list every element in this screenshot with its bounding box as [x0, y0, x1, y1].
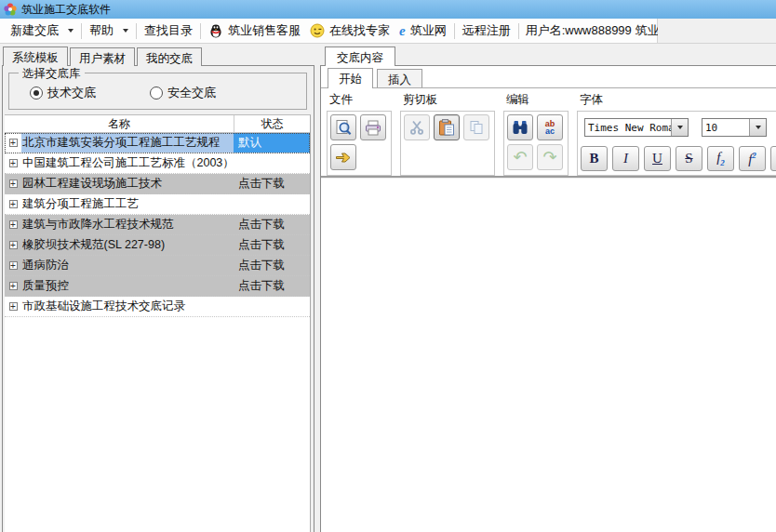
expander[interactable] — [5, 235, 21, 255]
menu-online-expert[interactable]: 在线找专家 — [305, 20, 395, 42]
column-header-status[interactable]: 状态 — [234, 115, 310, 132]
printer-icon — [365, 120, 381, 136]
table-row[interactable]: 质量预控 点击下载 — [5, 276, 310, 297]
ribbon-tab-start[interactable]: 开始 — [328, 68, 373, 88]
expander[interactable] — [5, 153, 21, 173]
row-name: 建筑与市政降水工程技术规范 — [21, 215, 234, 234]
undo-button[interactable]: ↶ — [507, 144, 533, 170]
app-logo-icon — [4, 3, 17, 16]
paste-button[interactable] — [434, 114, 460, 140]
group-label-file: 文件 — [329, 92, 392, 108]
table-row[interactable]: 建筑与市政降水工程技术规范 点击下载 — [5, 215, 310, 235]
menu-remote-register[interactable]: 远程注册 — [458, 20, 515, 42]
dropdown-arrow-icon[interactable] — [749, 119, 766, 136]
font-color-button[interactable] — [770, 146, 776, 171]
row-name: 质量预控 — [21, 276, 234, 296]
row-status[interactable]: 点击下载 — [234, 256, 310, 275]
expander[interactable] — [5, 297, 21, 316]
library-radio-group: 技术交底 安全交底 — [30, 85, 216, 101]
subscript-button[interactable]: f2 — [707, 146, 734, 171]
superscript-icon: f2 — [748, 151, 756, 167]
superscript-button[interactable]: f2 — [739, 146, 766, 171]
underline-button[interactable]: U — [644, 146, 671, 171]
document-content-area[interactable] — [321, 179, 776, 532]
chevron-down-icon — [68, 29, 74, 33]
print-preview-button[interactable] — [330, 114, 356, 140]
group-box-clipboard — [400, 111, 495, 176]
group-box-edit: ab ac ↶ ↷ — [503, 111, 569, 176]
expander[interactable] — [5, 174, 21, 193]
ribbon-tab-insert[interactable]: 插入 — [377, 69, 422, 87]
font-row-buttons: B I U S f2 — [581, 146, 776, 171]
expand-plus-icon — [9, 180, 18, 188]
table-row[interactable]: 橡胶坝技术规范(SL 227-98) 点击下载 — [5, 235, 310, 256]
title-bar[interactable]: 筑业施工交底软件 — [0, 0, 776, 19]
tab-system-templates[interactable]: 系统模板 — [3, 47, 68, 66]
row-status: 默认 — [234, 133, 310, 153]
expand-plus-icon — [9, 241, 18, 249]
copy-button[interactable] — [463, 114, 489, 140]
row-name: 市政基础设施工程技术交底记录 — [21, 297, 234, 316]
find-button[interactable] — [507, 114, 533, 140]
expander[interactable] — [5, 133, 21, 153]
table-row[interactable]: 中国建筑工程公司施工工艺标准（2003） — [5, 153, 310, 174]
row-name: 中国建筑工程公司施工工艺标准（2003） — [21, 153, 234, 173]
chevron-down-icon — [123, 29, 128, 33]
radio-safety-label: 安全交底 — [167, 85, 216, 101]
group-box-font: Times New Roman 10 A ▲ — [577, 111, 776, 176]
expander[interactable] — [5, 215, 21, 234]
row-name: 建筑分项工程施工工艺 — [21, 194, 234, 214]
menu-find-catalog[interactable]: 查找目录 — [140, 20, 197, 42]
tab-user-materials[interactable]: 用户素材 — [70, 47, 135, 66]
ie-globe-icon: e — [399, 23, 406, 39]
table-row[interactable]: 市政基础设施工程技术交底记录 — [5, 297, 310, 317]
bold-button[interactable]: B — [581, 146, 608, 171]
row-status[interactable]: 点击下载 — [234, 174, 310, 193]
ribbon-group-file: 文件 — [327, 89, 392, 176]
menu-remote-register-label: 远程注册 — [462, 22, 511, 39]
menu-separator — [136, 23, 137, 39]
menu-new-disclosure[interactable]: 新建交底 — [6, 20, 78, 42]
font-family-select[interactable]: Times New Roman — [584, 118, 689, 137]
tab-disclosure-content[interactable]: 交底内容 — [325, 47, 395, 66]
expander[interactable] — [5, 276, 21, 296]
right-panel: 开始 插入 文件 — [320, 65, 776, 532]
column-header-name[interactable]: 名称 — [5, 116, 234, 132]
menu-bar-filler — [658, 19, 776, 44]
table-row[interactable]: 北京市建筑安装分项工程施工工艺规程 默认 — [5, 133, 310, 153]
template-table: 名称 状态 北京市建筑安装分项工程施工工艺规程 默认 中国建筑工程公司施工工艺标… — [5, 114, 311, 532]
expander[interactable] — [5, 256, 21, 275]
undo-icon: ↶ — [513, 149, 527, 166]
strikethrough-button[interactable]: S — [676, 146, 702, 171]
table-row[interactable]: 建筑分项工程施工工艺 — [5, 194, 310, 215]
replace-button[interactable]: ab ac — [537, 114, 563, 140]
cut-button[interactable] — [404, 114, 430, 140]
qq-penguin-icon — [208, 23, 223, 38]
replace-icon: ab ac — [545, 120, 555, 135]
row-status[interactable]: 点击下载 — [234, 215, 310, 234]
row-status[interactable]: 点击下载 — [234, 235, 310, 255]
locate-button[interactable] — [330, 144, 356, 170]
expand-plus-icon — [9, 220, 18, 229]
smiley-icon — [310, 23, 325, 38]
print-button[interactable] — [360, 114, 386, 140]
menu-find-catalog-label: 查找目录 — [144, 22, 193, 39]
table-row[interactable]: 通病防治 点击下载 — [5, 256, 310, 276]
group-label-font: 字体 — [580, 92, 776, 108]
menu-help[interactable]: 帮助 — [85, 20, 133, 42]
radio-technical-disclosure[interactable]: 技术交底 — [30, 85, 96, 101]
menu-sales-service-label: 筑业销售客服 — [228, 22, 301, 39]
row-status[interactable]: 点击下载 — [234, 276, 310, 296]
row-name: 橡胶坝技术规范(SL 227-98) — [21, 235, 234, 255]
radio-safety-disclosure[interactable]: 安全交底 — [150, 85, 216, 101]
font-size-select[interactable]: 10 — [702, 118, 767, 137]
expander[interactable] — [5, 194, 21, 214]
redo-button[interactable]: ↷ — [537, 144, 563, 170]
dropdown-arrow-icon[interactable] — [671, 119, 688, 136]
expand-plus-icon — [9, 261, 18, 270]
tab-my-disclosures[interactable]: 我的交底 — [137, 47, 202, 66]
italic-button[interactable]: I — [612, 146, 639, 171]
table-row[interactable]: 园林工程建设现场施工技术 点击下载 — [5, 174, 310, 194]
menu-sales-service[interactable]: 筑业销售客服 — [204, 20, 305, 42]
menu-zhuye-web[interactable]: e 筑业网 — [395, 20, 451, 42]
